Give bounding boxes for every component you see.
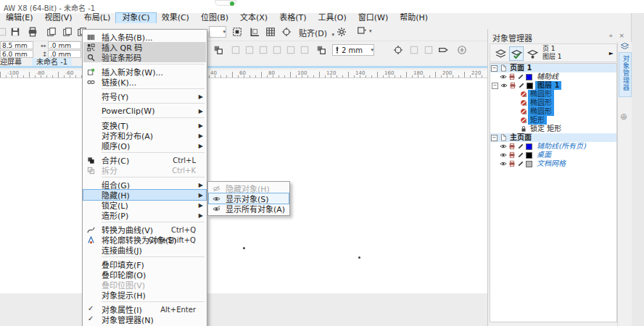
show-rulers-icon[interactable] — [248, 25, 261, 38]
menu-item-J[interactable]: 连接曲线(J) — [83, 245, 206, 255]
add-tool-icon[interactable] — [455, 43, 468, 57]
menubar-item-H[interactable]: 帮助(H) — [394, 13, 434, 23]
menubar-item-O[interactable]: 工具(O) — [312, 13, 352, 23]
menu-item-N[interactable]: ✓对象管理器(N) — [83, 314, 206, 325]
printer-toggle-icon[interactable] — [508, 81, 517, 90]
hidden-object-icon[interactable] — [519, 90, 528, 99]
tree-row-[interactable]: 辅助线 — [490, 72, 616, 81]
snap-to-dropdown[interactable]: 贴齐(D) ▾ — [299, 27, 334, 38]
docker-flyout-button[interactable]: « — [608, 32, 613, 39]
menubar-item-E[interactable]: 编辑(E) — [0, 13, 39, 23]
expand-icon[interactable]: − — [491, 65, 498, 72]
printer-toggle-icon[interactable] — [508, 72, 516, 81]
menu-item-O[interactable]: 叠印轮廓(O) — [83, 269, 206, 280]
menu-item-C[interactable]: 合并(C)Ctrl+L — [83, 155, 206, 165]
horizontal-ruler[interactable]: -100-80-60406080100120140160180200220 — [0, 70, 487, 78]
full-screen-preview-icon[interactable] — [231, 25, 244, 38]
pencil-toggle-icon[interactable] — [517, 81, 526, 90]
menu-item-B[interactable]: 插入条码(B)... — [83, 32, 206, 42]
menu-item-[interactable]: 验证条形码 — [83, 52, 206, 62]
layer-color-swatch[interactable] — [526, 74, 532, 80]
treat-as-filled-icon[interactable] — [392, 43, 405, 57]
show-grid-icon[interactable] — [264, 25, 277, 38]
printer-toggle-icon[interactable] — [508, 151, 516, 159]
menu-item-O[interactable]: 顺序(O)▶ — [83, 141, 206, 151]
menu-item-Y[interactable]: 符号(Y)▶ — [83, 91, 206, 101]
layer-manager-view-button[interactable] — [493, 46, 508, 61]
docker-close-button[interactable]: × — [619, 32, 624, 39]
submenu-item-A[interactable]: *显示所有对象(A) — [209, 204, 289, 214]
menu-item-E[interactable]: 将轮廓转换为对象(E)Ctrl+Shift+Q — [83, 235, 206, 245]
page-width-field[interactable]: 8.5 mm — [0, 41, 33, 49]
pencil-toggle-icon[interactable] — [516, 142, 525, 151]
eye-toggle-icon[interactable] — [499, 151, 508, 159]
menubar-item-T[interactable]: 表格(T) — [273, 13, 312, 23]
menu-item-A[interactable]: 对齐和分布(A)▶ — [83, 130, 206, 141]
menubar-item-W[interactable]: 窗口(W) — [352, 13, 394, 23]
to-front-icon[interactable] — [212, 43, 225, 57]
tree-row-[interactable]: 锁定 矩形 — [490, 125, 616, 133]
import-icon[interactable] — [45, 25, 58, 38]
tree-row-[interactable]: 椭圆形 — [490, 107, 616, 116]
menubar-item-C[interactable]: 效果(C) — [156, 13, 195, 23]
tree-row-[interactable]: −主页面 — [490, 133, 616, 142]
tree-row-[interactable]: 桌面 — [490, 151, 616, 159]
eye-toggle-icon[interactable] — [499, 159, 508, 168]
menubar-item-V[interactable]: 视图(V) — [39, 13, 78, 23]
submenu-item-S[interactable]: 显示对象(S) — [209, 193, 289, 204]
x-offset-field[interactable]: .0 mm — [48, 41, 81, 49]
layer-color-swatch[interactable] — [527, 83, 533, 89]
nudge-distance-combo[interactable]: 2 mm▾ — [332, 44, 374, 56]
menu-item-L[interactable]: 锁定(L)▶ — [83, 200, 206, 210]
expand-icon[interactable]: − — [491, 135, 498, 141]
hidden-object-icon[interactable] — [519, 99, 528, 107]
expand-icon[interactable]: − — [492, 83, 498, 89]
y-offset-field[interactable]: .0 mm — [48, 50, 81, 58]
menu-item-T[interactable]: 变换(T)▶ — [83, 120, 206, 130]
pencil-toggle-icon[interactable] — [516, 72, 525, 81]
tree-row-[interactable]: 椭圆形 — [490, 90, 616, 99]
edit-across-layers-button[interactable] — [509, 46, 524, 61]
tree-row-1[interactable]: −页面 1 — [490, 64, 616, 72]
object-hinting-icon[interactable] — [437, 43, 450, 57]
menu-item-H[interactable]: 对象提示(H) — [83, 290, 206, 300]
menu-item-I[interactable]: ✓对象属性(I)Alt+Enter — [83, 304, 206, 314]
page-height-field[interactable]: 6.0 mm — [0, 50, 33, 58]
add-docker-button[interactable]: ⊕ — [620, 112, 627, 122]
printer-toggle-icon[interactable] — [508, 142, 516, 151]
object-manager-tab[interactable]: 对象管理器 — [619, 52, 632, 97]
tree-row-[interactable]: 椭圆形 — [490, 99, 616, 107]
menu-item-H[interactable]: 隐藏(H)▶ — [83, 190, 206, 200]
hidden-object-icon[interactable] — [519, 107, 528, 116]
tree-row-[interactable]: 文档网格 — [490, 159, 616, 168]
show-object-properties-button[interactable] — [525, 46, 540, 61]
menu-item-G[interactable]: 组合(G)▶ — [83, 180, 206, 190]
layer-color-swatch[interactable] — [526, 152, 532, 159]
pencil-toggle-icon[interactable] — [516, 151, 525, 159]
menu-item-PowerClipW[interactable]: PowerClip(W)▶ — [83, 106, 206, 116]
tree-row-1[interactable]: −图层 1 — [490, 81, 616, 90]
options-gear-icon[interactable] — [335, 25, 348, 38]
create-boundary-icon[interactable] — [315, 43, 328, 57]
menubar-item-L[interactable]: 布局(L) — [78, 13, 117, 23]
show-guidelines-icon[interactable] — [280, 25, 293, 38]
menu-item-P[interactable]: 造形(P)▶ — [83, 210, 206, 220]
menubar-item-X[interactable]: 文本(X) — [234, 13, 273, 23]
document-tab-1[interactable]: 未命名 -1 — [32, 58, 72, 66]
export-icon[interactable] — [61, 25, 74, 38]
tree-row-[interactable]: 矩形 — [490, 116, 616, 125]
menu-item-F[interactable]: 叠印填充(F) — [83, 259, 206, 269]
canvas-object-dot[interactable] — [243, 247, 245, 249]
zoom-level-combo[interactable]: ▾ — [209, 26, 226, 38]
menubar-item-C[interactable]: 对象(C) — [116, 13, 155, 23]
pencil-toggle-icon[interactable] — [516, 159, 525, 168]
printer-toggle-icon[interactable] — [508, 159, 516, 168]
canvas-object-dot[interactable] — [358, 256, 360, 259]
eye-toggle-icon[interactable] — [499, 72, 508, 81]
save-icon[interactable] — [9, 25, 22, 38]
menu-item-W[interactable]: 插入新对象(W)... — [83, 67, 206, 77]
launcher-dropdown[interactable]: ▾ — [357, 25, 372, 35]
lock-icon[interactable] — [519, 125, 528, 133]
eye-toggle-icon[interactable] — [499, 142, 508, 151]
document-tab-0[interactable]: 迎屏幕 — [0, 58, 26, 66]
